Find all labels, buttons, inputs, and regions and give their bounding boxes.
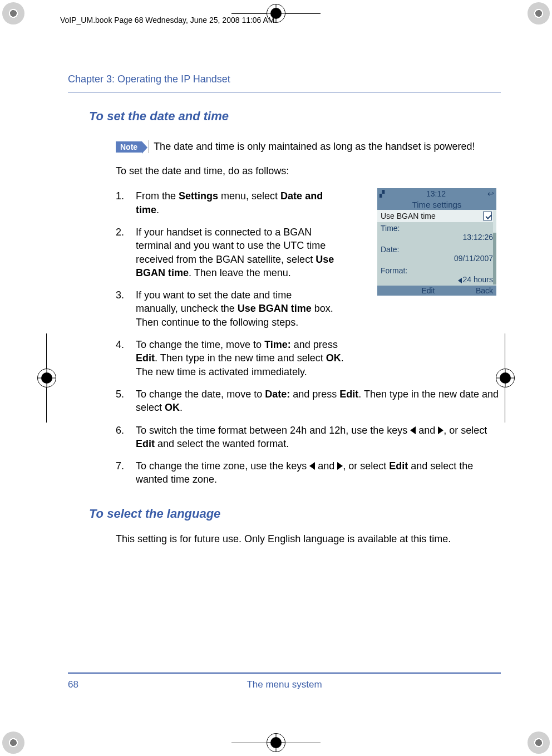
softkey-right: Back bbox=[476, 286, 493, 295]
chapter-heading: Chapter 3: Operating the IP Handset bbox=[68, 73, 501, 92]
footer-section: The menu system bbox=[68, 679, 501, 690]
return-icon: ↩ bbox=[487, 189, 494, 198]
divider bbox=[68, 92, 501, 92]
note-block: Note The date and time is only maintaine… bbox=[89, 140, 501, 153]
note-tag: Note bbox=[116, 141, 142, 153]
step-number: 4. bbox=[116, 338, 136, 379]
step-body: To change the date, move to Date: and pr… bbox=[136, 387, 501, 415]
language-body: This setting is for future use. Only Eng… bbox=[89, 533, 501, 545]
handset-screenshot: ▞ 13:12 ↩ Time settings Use BGAN time Ti… bbox=[377, 188, 496, 296]
step-number: 2. bbox=[116, 225, 136, 279]
crop-mark bbox=[528, 732, 550, 754]
step-7: 7. To change the time zone, use the keys… bbox=[116, 459, 501, 487]
step-body: If your handset is connected to a BGAN t… bbox=[136, 225, 336, 279]
crop-mark bbox=[528, 2, 550, 24]
step-number: 1. bbox=[116, 189, 136, 217]
registration-mark bbox=[36, 333, 58, 423]
phone-row-label: Time: bbox=[381, 224, 493, 233]
step-4: 4. To change the time, move to Time: and… bbox=[116, 338, 501, 379]
step-body: To change the time zone, use the keys an… bbox=[136, 459, 501, 487]
phone-row-date: Date: 09/11/2007 bbox=[377, 243, 496, 264]
signal-icon: ▞ bbox=[379, 190, 385, 198]
phone-row-label: Format: bbox=[381, 266, 493, 275]
page-footer: 68 The menu system bbox=[68, 672, 501, 690]
registration-mark bbox=[231, 732, 321, 754]
phone-row-format: Format: 24 hours bbox=[377, 264, 496, 286]
phone-screen-title: Time settings bbox=[377, 199, 496, 210]
section-heading-date-time: To set the date and time bbox=[89, 109, 501, 124]
arrow-left-icon bbox=[309, 462, 315, 470]
phone-row-time: Time: 13:12:26 bbox=[377, 222, 496, 243]
phone-row-value: 24 hours bbox=[463, 275, 493, 284]
softkey-middle: Edit bbox=[421, 286, 435, 295]
checkbox-icon bbox=[483, 212, 492, 220]
step-number: 3. bbox=[116, 288, 136, 329]
phone-clock: 13:12 bbox=[426, 189, 446, 198]
step-5: 5. To change the date, move to Date: and… bbox=[116, 387, 501, 415]
phone-row-use-bgan: Use BGAN time bbox=[377, 210, 496, 222]
step-body: From the Settings menu, select Date and … bbox=[136, 189, 336, 217]
phone-softkey-bar: Edit Back bbox=[377, 286, 496, 296]
crop-mark bbox=[2, 2, 24, 24]
phone-row-value: 13:12:26 bbox=[381, 233, 493, 242]
step-body: To change the time, move to Time: and pr… bbox=[136, 338, 347, 379]
step-body: If you want to set the date and time man… bbox=[136, 288, 336, 329]
divider bbox=[68, 672, 501, 674]
arrow-right-icon bbox=[337, 462, 343, 470]
phone-row-label: Date: bbox=[381, 245, 493, 254]
page-number: 68 bbox=[68, 679, 78, 690]
phone-status-bar: ▞ 13:12 ↩ bbox=[377, 188, 496, 199]
crop-mark bbox=[2, 732, 24, 754]
step-6: 6. To switch the time format between 24h… bbox=[116, 424, 501, 451]
section-heading-language: To select the language bbox=[89, 507, 501, 521]
chevron-left-icon bbox=[458, 278, 462, 283]
arrow-right-icon bbox=[438, 426, 443, 434]
step-body: To switch the time format between 24h an… bbox=[136, 424, 501, 451]
phone-row-value: 09/11/2007 bbox=[381, 254, 493, 263]
chapter-text: Chapter 3: Operating the IP Handset bbox=[68, 73, 230, 85]
phone-scrollbar bbox=[493, 210, 496, 284]
note-text: The date and time is only maintained as … bbox=[149, 140, 475, 153]
arrow-left-icon bbox=[410, 426, 416, 434]
intro-text: To set the date and time, do as follows: bbox=[89, 165, 501, 177]
step-number: 5. bbox=[116, 387, 136, 415]
step-number: 6. bbox=[116, 424, 136, 451]
doc-meta-line: VoIP_UM.book Page 68 Wednesday, June 25,… bbox=[60, 16, 275, 24]
step-number: 7. bbox=[116, 459, 136, 487]
phone-row-label: Use BGAN time bbox=[381, 212, 436, 220]
